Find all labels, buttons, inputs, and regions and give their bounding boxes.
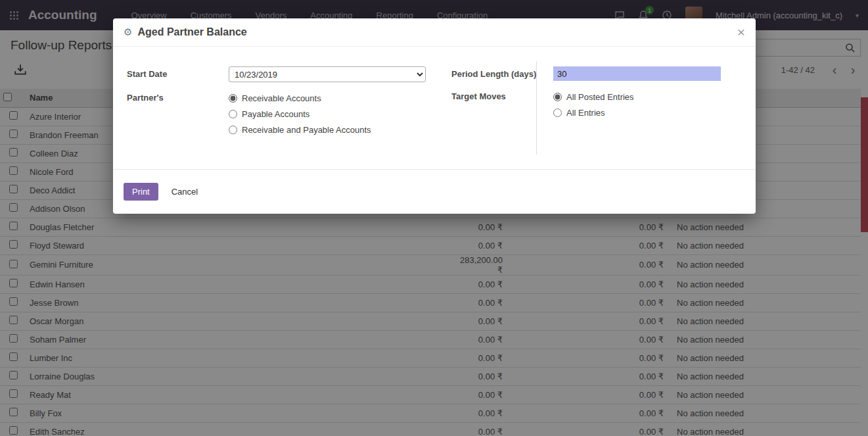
target-moves-label: Target Moves xyxy=(451,89,553,120)
left-field-group: Start Date 10/23/2019 Partner's Receivab… xyxy=(127,66,426,145)
partners-label: Partner's xyxy=(127,90,229,137)
start-date-select[interactable]: 10/23/2019 xyxy=(229,66,426,82)
modal-body: Start Date 10/23/2019 Partner's Receivab… xyxy=(113,47,756,169)
target-moves-radio-group: All Posted Entries All Entries xyxy=(553,89,721,120)
right-field-group: Period Length (days) Target Moves All Po… xyxy=(451,66,756,145)
aged-partner-balance-dialog: ⚙ Aged Partner Balance × Start Date 10/2… xyxy=(113,18,756,214)
period-length-input[interactable] xyxy=(553,66,721,81)
radio-all-entries[interactable]: All Entries xyxy=(553,105,721,120)
radio-receivable-accounts[interactable]: Receivable Accounts xyxy=(229,90,426,106)
group-divider xyxy=(536,61,537,155)
start-date-label: Start Date xyxy=(127,66,229,82)
report-icon: ⚙ xyxy=(124,26,132,38)
period-length-label: Period Length (days) xyxy=(451,66,553,81)
modal-header: ⚙ Aged Partner Balance × xyxy=(113,18,756,47)
close-icon[interactable]: × xyxy=(737,27,745,37)
cancel-button[interactable]: Cancel xyxy=(169,183,200,201)
radio-all-posted-entries[interactable]: All Posted Entries xyxy=(553,89,721,105)
screen: Accounting Overview Customers Vendors Ac… xyxy=(0,0,868,436)
modal-title: Aged Partner Balance xyxy=(137,26,246,38)
radio-receivable-and-payable-accounts[interactable]: Receivable and Payable Accounts xyxy=(229,122,426,137)
modal-footer: Print Cancel xyxy=(113,169,756,214)
print-button[interactable]: Print xyxy=(124,183,158,201)
radio-payable-accounts[interactable]: Payable Accounts xyxy=(229,106,426,122)
partners-radio-group: Receivable Accounts Payable Accounts Rec… xyxy=(229,90,426,137)
